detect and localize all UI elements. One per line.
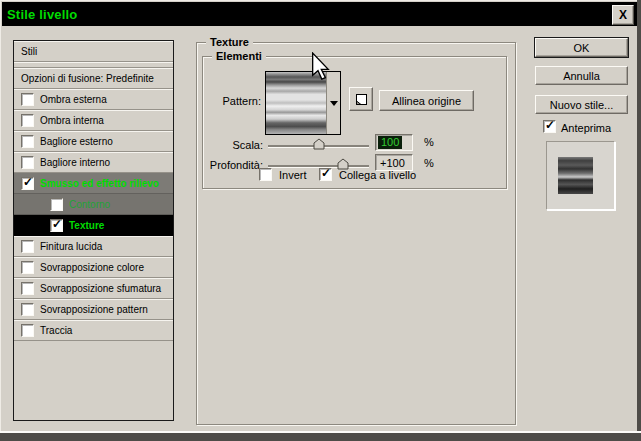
new-style-button[interactable]: Nuovo stile...: [535, 95, 628, 114]
sidebar-header-label: Stili: [21, 46, 37, 57]
sidebar-row-label: Ombra esterna: [40, 94, 107, 105]
row-checkbox[interactable]: [21, 135, 34, 148]
new-pattern-preset-button[interactable]: [349, 87, 373, 111]
sidebar-row-label: Ombra interna: [40, 115, 104, 126]
sidebar-row[interactable]: Ombra esterna: [14, 89, 173, 110]
texture-group-title: Texture: [206, 36, 253, 48]
sidebar-row[interactable]: Contorno: [14, 194, 173, 215]
pattern-dropdown-button[interactable]: [326, 72, 340, 134]
new-style-label: Nuovo stile...: [550, 99, 614, 111]
scale-unit: %: [424, 136, 434, 148]
row-checkbox[interactable]: [21, 261, 34, 274]
pattern-swatch[interactable]: [266, 72, 326, 134]
depth-value: +100: [378, 157, 405, 169]
sidebar-row-label: Smusso ed effetto rilievo: [40, 178, 159, 189]
title-bar[interactable]: Stile livello X: [2, 2, 637, 26]
sidebar-row[interactable]: Texture: [14, 215, 173, 236]
sidebar-row-label: Bagliore esterno: [40, 136, 113, 147]
sidebar-row[interactable]: Sovrapposizione colore: [14, 257, 173, 278]
sidebar-row[interactable]: Traccia: [14, 320, 173, 341]
align-origin-button[interactable]: Allinea origine: [379, 90, 474, 111]
sidebar-row-label: Sovrapposizione colore: [40, 262, 144, 273]
preview-label[interactable]: Anteprima: [561, 122, 611, 134]
ok-button[interactable]: OK: [535, 38, 628, 57]
pattern-label: Pattern:: [203, 95, 261, 107]
sidebar-row-label: Finitura lucida: [40, 241, 102, 252]
sidebar-row[interactable]: Bagliore interno: [14, 152, 173, 173]
scale-input[interactable]: 100: [375, 134, 413, 151]
sidebar-row-label: Bagliore interno: [40, 157, 110, 168]
chevron-down-icon: [330, 101, 338, 106]
sidebar-row[interactable]: Bagliore esterno: [14, 131, 173, 152]
invert-label[interactable]: Invert: [279, 169, 307, 181]
row-checkbox[interactable]: [21, 156, 34, 169]
scale-value: 100: [378, 136, 402, 149]
window-title: Stile livello: [7, 7, 78, 22]
row-checkbox[interactable]: [21, 177, 34, 190]
sidebar-row-label: Contorno: [69, 199, 110, 210]
preview-checkbox[interactable]: [543, 120, 556, 133]
row-checkbox[interactable]: [50, 219, 63, 232]
link-layer-checkbox[interactable]: [319, 168, 332, 181]
sidebar-row[interactable]: Smusso ed effetto rilievo: [14, 173, 173, 194]
link-layer-label[interactable]: Collega a livello: [339, 169, 416, 181]
sidebar-row[interactable]: Ombra interna: [14, 110, 173, 131]
sidebar-row-label: Texture: [69, 220, 104, 231]
row-checkbox[interactable]: [21, 282, 34, 295]
window-edge: [0, 431, 641, 441]
elements-group: Elementi Pattern: Allinea origine Scala:…: [202, 56, 507, 189]
styles-sidebar: Stili Opzioni di fusione: Predefinite Om…: [13, 40, 174, 421]
elements-group-title: Elementi: [212, 50, 266, 62]
invert-checkbox[interactable]: [259, 168, 272, 181]
row-checkbox[interactable]: [21, 93, 34, 106]
scale-slider-thumb[interactable]: [313, 138, 325, 150]
row-checkbox[interactable]: [21, 114, 34, 127]
sidebar-row-label: Sovrapposizione sfumatura: [40, 283, 161, 294]
close-button[interactable]: X: [612, 5, 634, 25]
window-edge: [637, 0, 641, 441]
close-icon: X: [619, 9, 627, 21]
layer-style-dialog: Stile livello X Stili Opzioni di fusione…: [0, 0, 641, 441]
sidebar-row[interactable]: Sovrapposizione sfumatura: [14, 278, 173, 299]
depth-label: Profondità:: [203, 159, 263, 171]
depth-slider-track[interactable]: [268, 165, 369, 167]
style-preview-box: [546, 141, 615, 210]
sidebar-row-label: Traccia: [40, 325, 72, 336]
cancel-label: Annulla: [563, 70, 600, 82]
ok-label: OK: [574, 42, 590, 54]
sidebar-list: Opzioni di fusione: Predefinite Ombra es…: [14, 68, 173, 341]
align-origin-label: Allinea origine: [392, 95, 461, 107]
sidebar-row-label: Opzioni di fusione: Predefinite: [21, 73, 154, 84]
row-checkbox[interactable]: [21, 303, 34, 316]
style-preview-thumbnail: [558, 157, 593, 194]
new-pattern-icon: [355, 93, 368, 106]
row-checkbox[interactable]: [21, 324, 34, 337]
sidebar-row[interactable]: Sovrapposizione pattern: [14, 299, 173, 320]
sidebar-row[interactable]: Finitura lucida: [14, 236, 173, 257]
row-checkbox[interactable]: [50, 198, 63, 211]
sidebar-row-label: Sovrapposizione pattern: [40, 304, 148, 315]
depth-unit: %: [424, 157, 434, 169]
scale-label: Scala:: [203, 139, 263, 151]
pattern-picker[interactable]: [265, 71, 341, 135]
cancel-button[interactable]: Annulla: [535, 66, 628, 85]
sidebar-row[interactable]: Opzioni di fusione: Predefinite: [14, 68, 173, 89]
sidebar-header: Stili: [14, 41, 173, 62]
row-checkbox[interactable]: [21, 240, 34, 253]
